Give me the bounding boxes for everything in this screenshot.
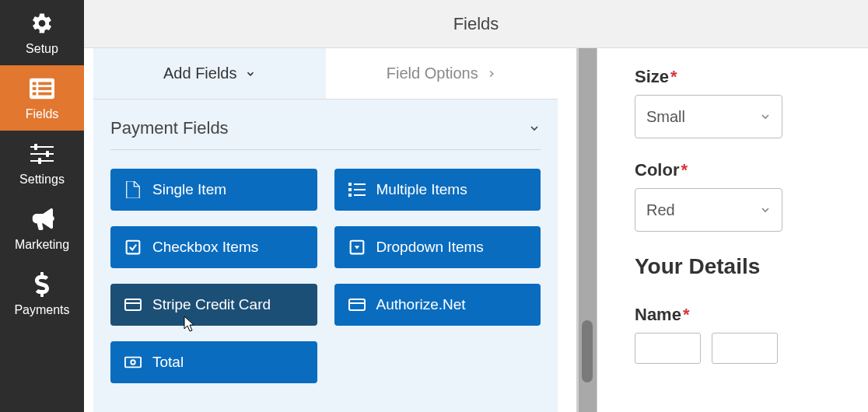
color-label: Color* [635, 160, 837, 180]
field-single-item[interactable]: Single Item [110, 169, 317, 211]
gear-icon [30, 11, 54, 36]
sidebar-item-settings[interactable]: Settings [0, 131, 84, 196]
svg-marker-21 [354, 246, 359, 249]
svg-rect-24 [349, 299, 365, 310]
field-label: Dropdown Items [376, 239, 484, 256]
sidebar: Setup Fields Settings Marketing Payments [0, 0, 84, 412]
svg-rect-14 [354, 183, 366, 185]
svg-rect-18 [354, 194, 366, 196]
size-select[interactable]: Small [635, 95, 782, 138]
field-label: Total [152, 354, 184, 371]
dollar-icon [30, 272, 54, 297]
tab-label: Add Fields [163, 65, 237, 82]
tabs: Add Fields Field Options [93, 48, 558, 100]
sidebar-item-label: Setup [26, 42, 58, 56]
svg-rect-26 [125, 358, 141, 368]
credit-card-icon [348, 296, 366, 313]
size-label: Size* [635, 67, 837, 87]
field-label: Authorize.Net [376, 296, 466, 313]
svg-rect-5 [33, 93, 37, 96]
chevron-down-icon [245, 68, 256, 79]
svg-rect-22 [125, 299, 141, 310]
svg-rect-9 [30, 160, 54, 162]
required-asterisk: * [670, 67, 677, 86]
name-label: Name* [635, 305, 837, 325]
mouse-cursor-icon [180, 315, 194, 333]
name-first-input[interactable] [635, 333, 701, 364]
svg-rect-13 [348, 183, 352, 186]
sidebar-item-label: Fields [26, 107, 59, 121]
form-preview: Size* Small Color* Red [597, 48, 868, 412]
main: Fields Add Fields Field Options [84, 0, 868, 412]
section-payment-fields[interactable]: Payment Fields [110, 118, 541, 150]
field-total[interactable]: Total [110, 341, 317, 383]
field-label: Multiple Items [376, 181, 467, 198]
svg-rect-4 [38, 87, 51, 90]
form-icon [30, 76, 54, 101]
field-stripe-credit-card[interactable]: Stripe Credit Card [110, 284, 317, 326]
credit-card-icon [124, 296, 142, 313]
sliders-icon [30, 141, 54, 166]
form-group-color: Color* Red [635, 160, 837, 232]
chevron-down-icon [528, 122, 541, 134]
sidebar-item-payments[interactable]: Payments [0, 261, 84, 326]
chevron-right-icon [486, 68, 497, 79]
svg-rect-7 [30, 146, 54, 148]
bullhorn-icon [30, 207, 54, 232]
sidebar-item-marketing[interactable]: Marketing [0, 196, 84, 261]
svg-rect-15 [348, 188, 352, 191]
form-group-size: Size* Small [635, 67, 837, 138]
field-label: Checkbox Items [152, 239, 258, 256]
svg-rect-8 [30, 153, 54, 155]
tab-add-fields[interactable]: Add Fields [93, 48, 326, 99]
scrollbar[interactable] [579, 48, 597, 412]
field-label: Single Item [152, 181, 226, 198]
svg-rect-11 [46, 151, 49, 157]
list-icon [348, 181, 366, 198]
workspace: Add Fields Field Options Paymen [84, 48, 868, 412]
svg-rect-2 [38, 82, 51, 86]
field-dropdown-items[interactable]: Dropdown Items [334, 226, 541, 268]
svg-rect-19 [127, 241, 140, 254]
your-details-heading: Your Details [635, 253, 837, 280]
file-icon [124, 181, 142, 198]
tab-label: Field Options [387, 65, 478, 82]
sidebar-item-fields[interactable]: Fields [0, 65, 84, 131]
svg-rect-1 [33, 82, 37, 86]
field-label: Stripe Credit Card [152, 296, 271, 313]
svg-rect-12 [38, 158, 41, 164]
sidebar-item-label: Marketing [15, 238, 69, 252]
sidebar-item-label: Settings [19, 173, 65, 187]
money-icon [124, 354, 142, 371]
field-authorize-net[interactable]: Authorize.Net [334, 284, 541, 326]
field-multiple-items[interactable]: Multiple Items [334, 169, 541, 211]
form-group-name: Name* [635, 305, 837, 364]
field-checkbox-items[interactable]: Checkbox Items [110, 226, 317, 268]
builder-panel: Add Fields Field Options Paymen [84, 48, 579, 412]
svg-rect-17 [348, 194, 352, 197]
page-title: Fields [453, 14, 499, 34]
checkbox-icon [124, 239, 142, 256]
svg-point-27 [131, 360, 135, 365]
svg-rect-16 [354, 189, 366, 190]
required-asterisk: * [681, 160, 688, 180]
name-last-input[interactable] [712, 333, 778, 364]
svg-rect-6 [38, 93, 51, 96]
field-grid: Single Item Multiple Items [110, 169, 541, 383]
tab-field-options[interactable]: Field Options [326, 48, 558, 99]
svg-rect-3 [33, 87, 37, 90]
topbar: Fields [84, 0, 868, 48]
section-title: Payment Fields [110, 118, 229, 138]
sidebar-item-setup[interactable]: Setup [0, 0, 84, 65]
panel-body: Payment Fields Single Item [93, 100, 558, 412]
color-select[interactable]: Red [635, 188, 782, 232]
sidebar-item-label: Payments [14, 303, 69, 317]
required-asterisk: * [683, 305, 690, 324]
dropdown-icon [348, 239, 366, 256]
svg-rect-10 [34, 144, 37, 150]
